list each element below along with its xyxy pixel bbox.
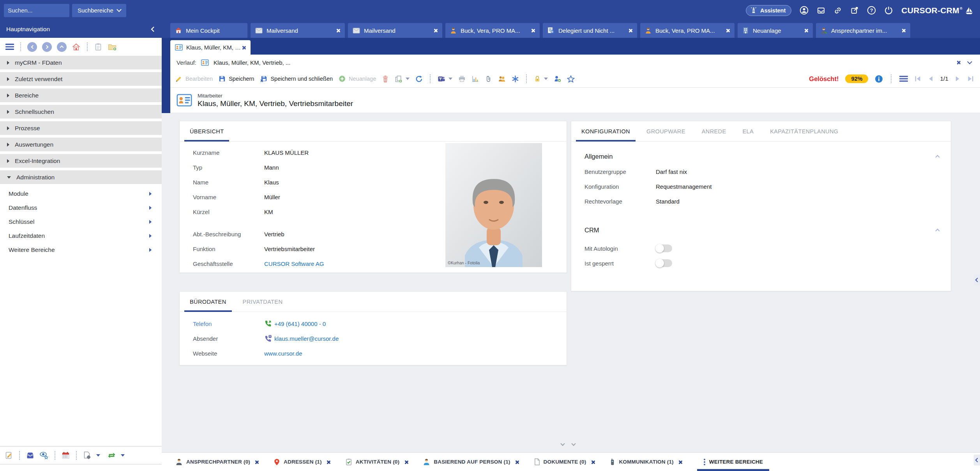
close-icon[interactable] <box>336 28 340 32</box>
tab-mailversand-1[interactable]: Mailversand <box>251 23 345 38</box>
field-value[interactable]: Mann <box>264 164 279 171</box>
close-icon[interactable] <box>804 28 808 32</box>
delete-icon[interactable] <box>382 75 389 83</box>
sidebar-item-weitere-bereiche[interactable]: Weitere Bereiche <box>0 243 162 257</box>
phone-call-icon[interactable] <box>264 320 272 328</box>
tab-privatdaten[interactable]: PRIVATDATEN <box>243 292 283 312</box>
tab-konfiguration[interactable]: KONFIGURATION <box>581 121 630 141</box>
sidebar-item-schluessel[interactable]: Schlüssel <box>0 215 162 229</box>
clipboard-icon[interactable] <box>94 42 102 51</box>
sync-icon[interactable] <box>107 452 116 459</box>
watch-favorite-icon[interactable] <box>39 451 49 460</box>
save-close-button[interactable]: Speichern und schließen <box>260 75 333 83</box>
up-button[interactable] <box>57 42 67 52</box>
sidebar-item-datenfluss[interactable]: Datenfluss <box>0 201 162 215</box>
collapse-bottom-panel[interactable] <box>974 455 980 466</box>
first-page-icon[interactable] <box>915 76 921 82</box>
chevron-down-icon[interactable] <box>571 441 576 446</box>
history-entry[interactable]: Klaus, Müller, KM, Vertrieb, ... <box>214 59 291 66</box>
field-value[interactable]: Müller <box>264 194 280 200</box>
assign-person-icon[interactable] <box>554 75 561 83</box>
field-label[interactable]: Telefon <box>193 320 264 327</box>
close-icon[interactable] <box>404 460 408 464</box>
user-profile-icon[interactable] <box>800 6 809 15</box>
edit-button[interactable]: Bearbeiten <box>175 75 213 83</box>
tab-groupware[interactable]: GROUPWARE <box>646 121 685 141</box>
new-folder-icon[interactable] <box>108 42 117 51</box>
bottom-tab-basierend-auf-person[interactable]: BASIEREND AUF PERSON (1) <box>423 453 519 471</box>
field-value[interactable]: Standard <box>656 198 680 205</box>
search-scope-button[interactable]: Suchbereiche <box>72 4 126 17</box>
bottom-tab-weitere-bereiche[interactable]: WEITERE BEREICHE <box>697 453 769 471</box>
tab-kapazitaetenplanung[interactable]: KAPAZITÄTENPLANUNG <box>770 121 838 141</box>
info-icon[interactable] <box>875 75 883 83</box>
tab-anrede[interactable]: ANREDE <box>702 121 726 141</box>
back-button[interactable] <box>27 42 37 52</box>
teams-phone-icon[interactable] <box>264 335 272 342</box>
close-icon[interactable] <box>242 46 246 50</box>
close-icon[interactable] <box>902 28 906 32</box>
process-icon[interactable] <box>512 75 519 83</box>
sidebar-item-zuletzt-verwendet[interactable]: Zuletzt verwendet <box>0 72 162 86</box>
bottom-tab-dokumente[interactable]: DOKUMENTE (0) <box>534 453 595 471</box>
tab-uebersicht[interactable]: ÜBERSICHT <box>190 121 224 141</box>
logout-power-icon[interactable] <box>884 6 893 15</box>
new-record-button[interactable]: Neuanlage <box>339 75 376 82</box>
external-edit-icon[interactable] <box>850 6 859 15</box>
assistant-button[interactable]: Assistent <box>746 5 791 16</box>
menu-icon[interactable] <box>5 43 14 50</box>
close-icon[interactable] <box>726 28 730 32</box>
calendar-icon[interactable] <box>61 451 70 460</box>
email-link[interactable]: klaus.mueller@cursor.de <box>274 335 339 342</box>
notes-edit-icon[interactable] <box>5 451 13 460</box>
field-value[interactable]: Vertrieb <box>264 231 284 237</box>
sidebar-item-administration[interactable]: Administration <box>0 170 162 184</box>
field-value[interactable]: Vertriebsmitarbeiter <box>264 246 315 252</box>
participants-icon[interactable] <box>498 75 506 82</box>
tab-ela[interactable]: ELA <box>743 121 754 141</box>
chevron-down-icon[interactable] <box>96 454 100 457</box>
close-icon[interactable] <box>327 460 330 464</box>
collapse-sidebar-icon[interactable] <box>150 26 155 33</box>
list-menu-icon[interactable] <box>899 76 908 82</box>
bottom-tab-kommunikation[interactable]: KOMMUNIKATION (1) <box>609 453 682 471</box>
prev-page-icon[interactable] <box>928 76 933 82</box>
link-icon[interactable] <box>833 6 842 15</box>
sidebar-item-bereiche[interactable]: Bereiche <box>0 89 162 102</box>
collapse-section-icon[interactable] <box>935 228 939 233</box>
close-icon[interactable] <box>678 460 682 464</box>
sidebar-item-schnellsuchen[interactable]: Schnellsuchen <box>0 105 162 119</box>
close-icon[interactable] <box>629 28 632 32</box>
locked-toggle[interactable] <box>656 259 672 267</box>
field-value[interactable]: KLAUS MÜLLER <box>264 149 309 156</box>
bottom-panel-expanders[interactable] <box>561 444 575 445</box>
last-page-icon[interactable] <box>967 76 974 82</box>
close-icon[interactable] <box>591 460 595 464</box>
autologin-toggle[interactable] <box>656 244 672 252</box>
tab-mein-cockpit[interactable]: Mein Cockpit <box>170 23 247 38</box>
field-value[interactable]: Requestmanagement <box>656 183 712 190</box>
field-value[interactable]: KM <box>264 209 273 215</box>
rights-lock-button[interactable] <box>534 75 548 82</box>
chevron-down-icon[interactable] <box>560 441 565 446</box>
forward-button[interactable] <box>42 42 52 52</box>
sidebar-item-laufzeitdaten[interactable]: Laufzeitdaten <box>0 229 162 243</box>
print-icon[interactable] <box>458 75 466 82</box>
tab-neuanlage[interactable]: Neuanlage <box>738 23 813 38</box>
chevron-down-icon[interactable] <box>967 59 972 64</box>
close-icon[interactable] <box>434 28 438 32</box>
document-settings-icon[interactable] <box>83 451 92 460</box>
attachment-icon[interactable] <box>485 75 492 83</box>
inbox-icon[interactable] <box>26 451 35 460</box>
field-value[interactable]: Darf fast nix <box>656 168 687 175</box>
report-chart-icon[interactable] <box>471 75 479 83</box>
tab-delegiert[interactable]: Delegiert und Nicht ... <box>543 23 637 38</box>
save-button[interactable]: Speichern <box>219 75 254 82</box>
clear-history-icon[interactable] <box>957 60 961 65</box>
inbox-tray-icon[interactable] <box>817 6 825 15</box>
sidebar-item-mycrm[interactable]: myCRM - FDaten <box>0 56 162 69</box>
collapse-section-icon[interactable] <box>935 155 939 159</box>
sidebar-item-prozesse[interactable]: Prozesse <box>0 121 162 135</box>
collapse-right-panel[interactable] <box>974 274 980 285</box>
website-link[interactable]: www.cursor.de <box>264 350 302 357</box>
